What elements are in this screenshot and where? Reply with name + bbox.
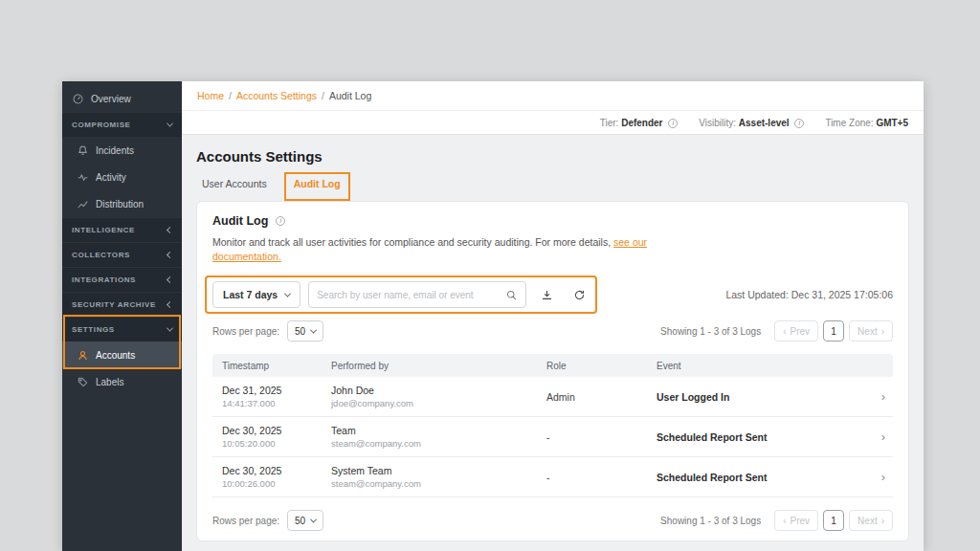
- rows-per-page-label: Rows per page:: [212, 326, 279, 337]
- trend-chart-icon: [77, 198, 89, 210]
- next-label: Next: [858, 516, 878, 526]
- tier-value: Defender: [621, 118, 662, 128]
- list-controls-top: Rows per page: 50 Showing 1 - 3 of 3 Log…: [212, 320, 893, 342]
- row-time: 14:41:37.000: [222, 398, 331, 408]
- tab-user-accounts[interactable]: User Accounts: [202, 178, 267, 201]
- tag-icon: [77, 376, 89, 388]
- content-area: Accounts Settings User Accounts Audit Lo…: [182, 135, 924, 551]
- tab-audit-log[interactable]: Audit Log: [294, 178, 341, 201]
- chevron-left-icon: [167, 252, 173, 258]
- sidebar-section-label: INTELLIGENCE: [72, 226, 135, 234]
- rows-per-page-select[interactable]: 50: [287, 510, 323, 531]
- timezone-label: Time Zone:: [825, 118, 873, 128]
- sidebar-section-compromise[interactable]: COMPROMISE: [62, 112, 182, 137]
- row-time: 10:05:20.000: [222, 438, 331, 449]
- next-page-button[interactable]: Next ›: [849, 320, 893, 342]
- sidebar-section-settings[interactable]: SETTINGS: [62, 317, 182, 342]
- row-user-email: jdoe@company.com: [331, 398, 546, 408]
- sidebar-section-label: COLLECTORS: [72, 251, 130, 259]
- row-chevron-icon[interactable]: ›: [868, 430, 893, 443]
- row-role: -: [546, 431, 657, 443]
- chevron-left-icon: [167, 301, 173, 308]
- next-page-button[interactable]: Next ›: [849, 510, 893, 531]
- row-user-email: steam@company.com: [331, 478, 546, 489]
- sidebar-item-accounts[interactable]: Accounts: [62, 342, 182, 368]
- sidebar-item-distribution[interactable]: Distribution: [62, 190, 182, 217]
- card-description: Monitor and track all user activities fo…: [212, 235, 672, 264]
- row-date: Dec 31, 2025: [222, 385, 331, 396]
- sidebar-section-label: SECURITY ARCHIVE: [72, 300, 156, 309]
- chevron-left-icon: [167, 227, 173, 233]
- timezone-info: Time Zone: GMT+5: [825, 118, 908, 128]
- info-icon[interactable]: i: [668, 119, 678, 128]
- page-title: Accounts Settings: [196, 148, 909, 165]
- breadcrumb-separator: /: [229, 90, 232, 101]
- audit-log-card: Audit Log i Monitor and track all user a…: [196, 201, 909, 541]
- visibility-info: Visibility: Asset-level i: [699, 118, 804, 128]
- card-title: Audit Log: [212, 214, 268, 228]
- sidebar-item-overview[interactable]: Overview: [62, 85, 182, 112]
- sidebar-item-activity[interactable]: Activity: [62, 164, 182, 190]
- search-box: [308, 281, 526, 308]
- prev-page-button[interactable]: ‹ Prev: [774, 320, 818, 342]
- sidebar-item-label: Labels: [96, 377, 123, 387]
- next-label: Next: [858, 326, 878, 337]
- sidebar-section-integrations[interactable]: INTEGRATIONS: [62, 267, 182, 292]
- app-window: Overview COMPROMISE Incidents Activity D…: [62, 81, 924, 551]
- column-role: Role: [546, 361, 657, 371]
- sidebar: Overview COMPROMISE Incidents Activity D…: [62, 81, 182, 551]
- sidebar-section-intelligence[interactable]: INTELLIGENCE: [62, 217, 182, 242]
- page-number-button[interactable]: 1: [823, 320, 844, 342]
- row-chevron-icon[interactable]: ›: [868, 471, 893, 483]
- main-area: Home / Accounts Settings / Audit Log Tie…: [182, 81, 924, 551]
- row-time: 10:00:26.000: [222, 478, 331, 489]
- breadcrumb-accounts-settings-link[interactable]: Accounts Settings: [236, 90, 317, 101]
- table-row[interactable]: Dec 30, 2025 10:05:20.000 Team steam@com…: [212, 417, 893, 457]
- bell-icon: [77, 144, 89, 157]
- refresh-button[interactable]: [567, 282, 591, 307]
- rows-per-page-label: Rows per page:: [212, 516, 279, 526]
- activity-pulse-icon: [77, 171, 89, 184]
- sidebar-item-labels[interactable]: Labels: [62, 368, 182, 395]
- date-range-dropdown[interactable]: Last 7 days: [212, 281, 301, 308]
- row-user-name: Team: [331, 425, 546, 436]
- sidebar-item-label: Distribution: [96, 199, 144, 209]
- sidebar-item-label: Accounts: [96, 350, 135, 361]
- row-chevron-icon[interactable]: ›: [868, 390, 893, 403]
- rows-per-page: Rows per page: 50: [212, 510, 323, 531]
- table-row[interactable]: Dec 31, 2025 14:41:37.000 John Doe jdoe@…: [212, 377, 893, 417]
- row-event: Scheduled Report Sent: [657, 472, 868, 483]
- list-controls-bottom: Rows per page: 50 Showing 1 - 3 of 3 Log…: [212, 510, 893, 531]
- rows-per-page-value: 50: [295, 516, 305, 526]
- info-icon[interactable]: i: [794, 119, 804, 128]
- tier-label: Tier:: [600, 118, 619, 128]
- sidebar-section-security-archive[interactable]: SECURITY ARCHIVE: [62, 292, 182, 317]
- info-icon[interactable]: i: [276, 216, 285, 226]
- prev-page-button[interactable]: ‹ Prev: [774, 510, 818, 531]
- chevron-down-icon: [284, 290, 291, 297]
- date-range-value: Last 7 days: [223, 289, 278, 300]
- column-performed-by: Performed by: [331, 361, 546, 371]
- rows-per-page-select[interactable]: 50: [287, 320, 323, 342]
- prev-label: Prev: [791, 516, 811, 526]
- chevron-down-icon: [167, 121, 173, 127]
- sidebar-section-label: COMPROMISE: [72, 121, 131, 129]
- breadcrumb-home-link[interactable]: Home: [197, 90, 224, 101]
- pagination: ‹ Prev 1 Next ›: [774, 510, 893, 531]
- sidebar-item-incidents[interactable]: Incidents: [62, 137, 182, 164]
- row-user-email: steam@company.com: [331, 438, 546, 449]
- row-role: -: [546, 472, 657, 483]
- table-row[interactable]: Dec 30, 2025 10:00:26.000 System Team st…: [212, 457, 893, 497]
- page-number-button[interactable]: 1: [823, 510, 844, 531]
- sidebar-section-collectors[interactable]: COLLECTORS: [62, 242, 182, 267]
- row-role: Admin: [546, 391, 657, 403]
- sidebar-item-label: Incidents: [96, 145, 134, 156]
- sidebar-item-label: Overview: [91, 94, 131, 104]
- breadcrumb-current: Audit Log: [329, 90, 371, 101]
- table-header: Timestamp Performed by Role Event: [212, 354, 893, 377]
- filter-controls: Last 7 days: [212, 281, 591, 308]
- sidebar-item-label: Activity: [96, 172, 126, 183]
- row-date: Dec 30, 2025: [222, 425, 331, 436]
- download-button[interactable]: [534, 282, 559, 307]
- search-input[interactable]: [317, 290, 505, 300]
